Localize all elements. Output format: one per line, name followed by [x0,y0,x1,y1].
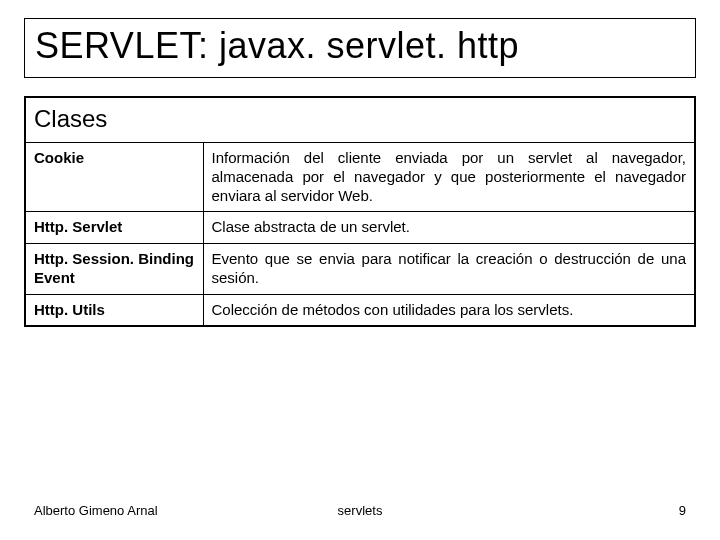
title-prefix: SERVLET: [35,25,219,66]
footer-subject: servlets [338,503,383,518]
class-desc: Información del cliente enviada por un s… [203,143,695,212]
class-name: Http. Servlet [25,212,203,244]
section-header: Clases [25,97,695,143]
table-row: Cookie Información del cliente enviada p… [25,143,695,212]
footer-author: Alberto Gimeno Arnal [34,503,158,518]
classes-table: Clases Cookie Información del cliente en… [24,96,696,327]
title-box: SERVLET: javax. servlet. http [24,18,696,78]
table-row: Http. Session. Binding Event Evento que … [25,244,695,295]
class-desc: Colección de métodos con utilidades para… [203,294,695,326]
class-name: Http. Session. Binding Event [25,244,203,295]
table-row: Http. Utils Colección de métodos con uti… [25,294,695,326]
class-desc: Evento que se envia para notificar la cr… [203,244,695,295]
class-desc: Clase abstracta de un servlet. [203,212,695,244]
class-name: Cookie [25,143,203,212]
table-row: Http. Servlet Clase abstracta de un serv… [25,212,695,244]
footer: Alberto Gimeno Arnal servlets 9 [0,503,720,518]
page-title: SERVLET: javax. servlet. http [35,25,685,67]
section-header-row: Clases [25,97,695,143]
class-name: Http. Utils [25,294,203,326]
footer-page: 9 [679,503,686,518]
title-package: javax. servlet. http [219,25,519,66]
slide: SERVLET: javax. servlet. http Clases Coo… [0,0,720,540]
